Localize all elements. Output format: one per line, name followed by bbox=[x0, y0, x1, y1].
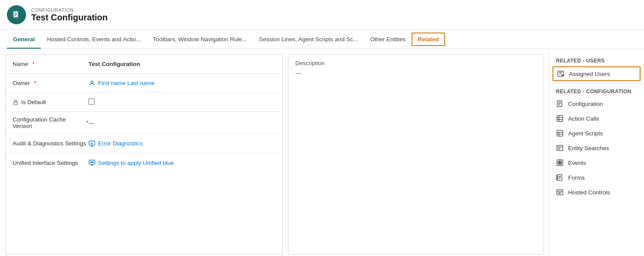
form-row-cache-version: Configuration Cache Version * --- bbox=[6, 112, 282, 134]
form-value-owner[interactable]: First name Last name bbox=[88, 80, 275, 87]
svg-rect-35 bbox=[558, 163, 559, 164]
svg-point-5 bbox=[91, 81, 93, 83]
form-label-owner: Owner * bbox=[13, 80, 88, 86]
related-config-section-title: Related - Configuration bbox=[549, 85, 644, 96]
audit-label-text: Audit & Diagnostics Settings bbox=[13, 140, 86, 147]
events-label: Events bbox=[568, 160, 586, 166]
form-row-unified: Unified Interface Settings Settings to a… bbox=[6, 153, 282, 172]
configuration-icon bbox=[556, 100, 564, 108]
forms-label: Forms bbox=[568, 174, 585, 181]
related-users-section-title: Related - Users bbox=[549, 54, 644, 66]
description-label: Description bbox=[295, 60, 536, 66]
cache-version-label-text: Configuration Cache Version bbox=[13, 116, 82, 129]
owner-required-star: * bbox=[34, 80, 36, 86]
form-panel: Name * Test Configuration Owner * First … bbox=[5, 54, 283, 255]
tab-hosted-controls[interactable]: Hosted Controls, Events and Actio... bbox=[41, 30, 147, 49]
hosted-controls-label: Hosted Controls bbox=[568, 189, 610, 196]
related-divider-1 bbox=[549, 83, 644, 83]
form-value-isdefault[interactable] bbox=[88, 98, 275, 106]
related-item-configuration[interactable]: Configuration bbox=[549, 96, 644, 111]
name-required-star: * bbox=[33, 61, 35, 67]
form-row-isdefault: Is Default bbox=[6, 93, 282, 112]
form-label-audit: Audit & Diagnostics Settings bbox=[13, 140, 88, 147]
assigned-users-label: Assigned Users bbox=[569, 71, 610, 77]
form-value-name: Test Configuration bbox=[88, 61, 275, 67]
svg-rect-6 bbox=[14, 102, 17, 105]
form-value-unified[interactable]: Settings to apply Unified blue bbox=[88, 159, 275, 166]
tab-related[interactable]: Related bbox=[412, 33, 445, 46]
agent-scripts-label: Agent Scripts bbox=[568, 130, 603, 137]
svg-rect-34 bbox=[560, 161, 562, 162]
forms-icon bbox=[556, 174, 564, 181]
svg-rect-36 bbox=[560, 163, 562, 164]
form-row-owner: Owner * First name Last name bbox=[6, 74, 282, 93]
form-row-name: Name * Test Configuration bbox=[6, 55, 282, 74]
person-icon bbox=[88, 80, 95, 87]
checkbox-isdefault[interactable] bbox=[88, 98, 95, 105]
unified-icon bbox=[88, 159, 95, 166]
form-label-isdefault: Is Default bbox=[13, 99, 88, 105]
form-value-cache-version: --- bbox=[88, 120, 275, 126]
hosted-controls-icon bbox=[556, 188, 564, 196]
entity-searches-label: Entity Searches bbox=[568, 145, 609, 151]
entity-searches-icon bbox=[556, 144, 564, 152]
related-item-events[interactable]: Events bbox=[549, 155, 644, 170]
header-title: Test Configuration bbox=[31, 13, 108, 23]
related-item-assigned-users[interactable]: Assigned Users bbox=[552, 66, 641, 81]
svg-point-15 bbox=[562, 75, 563, 76]
app-icon bbox=[7, 5, 26, 24]
form-label-cache-version: Configuration Cache Version * bbox=[13, 116, 88, 129]
header-label: CONFIGURATION bbox=[31, 7, 108, 13]
form-row-audit: Audit & Diagnostics Settings Error Diagn… bbox=[6, 134, 282, 153]
assigned-users-icon bbox=[557, 70, 565, 78]
tab-toolbars[interactable]: Toolbars, Window Navigation Rule... bbox=[147, 30, 253, 49]
related-item-action-calls[interactable]: Action Calls bbox=[549, 111, 644, 126]
tab-bar: General Hosted Controls, Events and Acti… bbox=[0, 30, 644, 49]
description-value: --- bbox=[295, 70, 536, 76]
main-content: Name * Test Configuration Owner * First … bbox=[0, 49, 644, 256]
events-icon bbox=[556, 159, 564, 167]
diagnostics-icon bbox=[88, 140, 95, 147]
form-label-name: Name * bbox=[13, 61, 88, 67]
related-item-forms[interactable]: Forms bbox=[549, 170, 644, 185]
unified-label-text: Unified Interface Settings bbox=[13, 160, 78, 166]
agent-scripts-icon bbox=[556, 129, 564, 137]
svg-point-10 bbox=[92, 162, 92, 163]
svg-rect-33 bbox=[558, 161, 559, 162]
tab-general[interactable]: General bbox=[7, 30, 41, 49]
related-item-entity-searches[interactable]: Entity Searches bbox=[549, 141, 644, 155]
name-label-text: Name bbox=[13, 61, 28, 67]
svg-rect-20 bbox=[557, 115, 563, 121]
svg-rect-41 bbox=[557, 175, 558, 180]
isdefault-label-text: Is Default bbox=[21, 99, 46, 105]
related-item-agent-scripts[interactable]: Agent Scripts bbox=[549, 126, 644, 141]
svg-point-11 bbox=[93, 162, 94, 163]
configuration-label: Configuration bbox=[568, 101, 603, 107]
lock-icon bbox=[13, 99, 19, 105]
svg-rect-24 bbox=[557, 130, 563, 136]
form-label-unified: Unified Interface Settings bbox=[13, 160, 88, 166]
owner-label-text: Owner bbox=[13, 80, 30, 86]
tab-other-entities[interactable]: Other Entities bbox=[364, 30, 412, 49]
svg-point-9 bbox=[90, 162, 91, 163]
description-panel: Description --- bbox=[288, 54, 543, 255]
action-calls-label: Action Calls bbox=[568, 115, 599, 122]
action-calls-icon bbox=[556, 115, 564, 122]
app-header: CONFIGURATION Test Configuration bbox=[0, 0, 644, 30]
related-panel: Related - Users Assigned Users Related -… bbox=[549, 49, 644, 256]
related-item-hosted-controls[interactable]: Hosted Controls bbox=[549, 185, 644, 200]
tab-session-lines[interactable]: Session Lines, Agent Scripts and Sc... bbox=[253, 30, 364, 49]
form-value-audit[interactable]: Error Diagnostics bbox=[88, 140, 275, 147]
